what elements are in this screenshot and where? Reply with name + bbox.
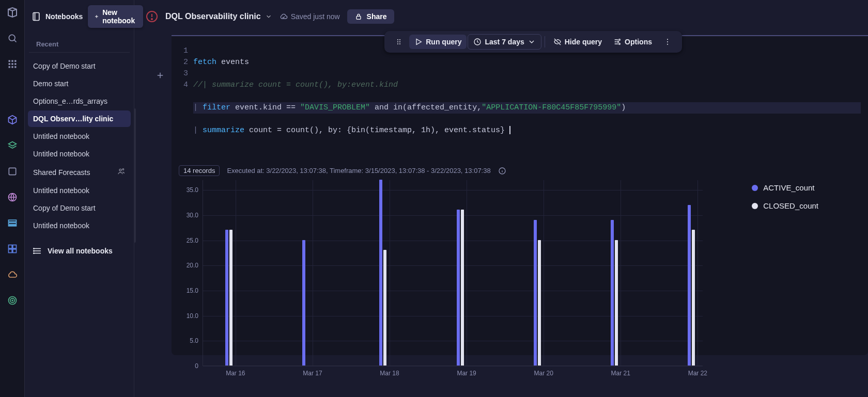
bar-active[interactable]	[379, 180, 382, 366]
legend-closed[interactable]: CLOSED_count	[752, 201, 818, 210]
sidebar-item[interactable]: Untitled notebook	[28, 128, 131, 145]
sidebar-item[interactable]: Options_e…rds_arrays	[28, 93, 131, 109]
chart-plot[interactable]: Mar 16Mar 17Mar 18Mar 19Mar 20Mar 21Mar …	[203, 180, 703, 366]
grid-icon[interactable]	[4, 241, 21, 257]
cloud-check-icon	[280, 12, 288, 21]
bar-active[interactable]	[225, 230, 228, 366]
logo-icon[interactable]	[4, 4, 21, 21]
bar-group[interactable]	[534, 220, 541, 366]
y-tick-label: 10.0	[187, 312, 198, 320]
svg-rect-18	[12, 249, 16, 253]
y-tick-label: 35.0	[187, 186, 198, 194]
view-all-notebooks-button[interactable]: View all notebooks	[28, 242, 131, 260]
timeframe-dropdown[interactable]: Last 7 days	[468, 34, 541, 50]
more-menu-button[interactable]	[658, 35, 677, 49]
bar-closed[interactable]	[461, 210, 464, 366]
file-list: Copy of Demo startDemo startOptions_e…rd…	[25, 53, 134, 239]
bar-closed[interactable]	[383, 250, 386, 366]
grid-line	[621, 180, 621, 366]
svg-rect-4	[8, 63, 10, 65]
options-button[interactable]: Options	[608, 35, 657, 49]
y-tick-label: 5.0	[190, 337, 198, 344]
info-icon[interactable]	[498, 167, 506, 175]
line-gutter: 1 2 3 4	[179, 45, 193, 159]
search-icon[interactable]	[4, 30, 21, 46]
y-tick-label: 20.0	[187, 262, 198, 269]
svg-point-24	[122, 169, 124, 170]
bar-group[interactable]	[379, 180, 386, 366]
svg-point-29	[151, 19, 152, 20]
grid-line	[203, 241, 703, 241]
layers-icon[interactable]	[4, 137, 21, 154]
notebook-title-dropdown[interactable]: DQL Observability clinic	[165, 12, 272, 21]
file-item-label: Untitled notebook	[33, 150, 89, 158]
notebooks-home-link[interactable]: Notebooks	[31, 11, 83, 22]
y-tick-label: 0	[195, 362, 198, 370]
svg-point-25	[34, 248, 35, 249]
sidebar-item[interactable]: Demo start	[28, 75, 131, 92]
text-cursor	[509, 126, 510, 134]
svg-point-39	[617, 41, 619, 43]
svg-rect-3	[14, 60, 16, 62]
x-tick-label: Mar 20	[534, 370, 553, 377]
grid-line	[313, 180, 313, 366]
run-query-button[interactable]: Run query	[409, 35, 467, 49]
hide-query-button[interactable]: Hide query	[548, 35, 607, 49]
grid-line	[544, 180, 544, 366]
svg-point-35	[397, 43, 398, 44]
bar-group[interactable]	[688, 205, 695, 366]
grid-line	[203, 265, 703, 266]
share-button[interactable]: Share	[347, 9, 394, 24]
legend-active[interactable]: ACTIVE_count	[752, 183, 818, 192]
svg-point-32	[399, 39, 400, 40]
bar-active[interactable]	[302, 240, 305, 366]
bar-active[interactable]	[457, 210, 460, 366]
x-tick-label: Mar 22	[688, 370, 707, 377]
sidebar-item[interactable]: Copy of Demo start	[28, 200, 131, 216]
bar-active[interactable]	[611, 220, 614, 366]
saved-indicator: Saved just now	[280, 12, 340, 21]
sidebar-item[interactable]: DQL Observ…lity clinic	[28, 110, 131, 127]
sidebar-item[interactable]: Shared Forecasts	[28, 163, 131, 181]
bar-group[interactable]	[302, 240, 309, 366]
file-item-label: Shared Forecasts	[33, 168, 90, 177]
add-section-button[interactable]	[153, 68, 167, 83]
sidebar-item[interactable]: Untitled notebook	[28, 217, 131, 234]
svg-point-43	[667, 44, 668, 45]
bar-closed[interactable]	[229, 230, 233, 366]
bullseye-icon[interactable]	[4, 292, 21, 309]
cloud-icon[interactable]	[4, 266, 21, 283]
bar-group[interactable]	[225, 230, 233, 366]
bar-closed[interactable]	[538, 240, 541, 366]
code-content[interactable]: fetch events //| summarize count = count…	[193, 45, 861, 159]
code-editor[interactable]: 1 2 3 4 fetch events //| summarize count…	[172, 40, 868, 161]
svg-point-42	[667, 41, 668, 42]
cube-icon[interactable]	[4, 112, 21, 128]
sidebar-item[interactable]: Untitled notebook	[28, 146, 131, 162]
x-tick-label: Mar 19	[457, 370, 476, 377]
bar-group[interactable]	[457, 210, 464, 366]
card-toolbar: Run query Last 7 days Hide query Options	[384, 31, 682, 53]
sidebar-item[interactable]: Copy of Demo start	[28, 58, 131, 74]
box-icon[interactable]	[4, 163, 21, 180]
bar-group[interactable]	[611, 220, 618, 366]
drag-handle-icon[interactable]	[390, 35, 408, 49]
bar-active[interactable]	[534, 220, 537, 366]
globe-icon[interactable]	[4, 189, 21, 205]
apps-icon[interactable]	[4, 56, 21, 72]
query-card: 1 2 3 4 fetch events //| summarize count…	[172, 35, 868, 355]
problem-icon	[146, 10, 158, 23]
bar-closed[interactable]	[692, 230, 695, 366]
sidebar-item[interactable]: Untitled notebook	[28, 182, 131, 199]
bar-closed[interactable]	[615, 240, 618, 366]
y-tick-label: 30.0	[187, 212, 198, 219]
sidebar: Notebooks New notebook Recent Copy of De…	[25, 0, 134, 397]
svg-point-36	[399, 43, 400, 44]
rows-icon[interactable]	[4, 215, 21, 231]
title-bar: DQL Observability clinic Saved just now …	[134, 0, 868, 31]
grid-line	[203, 215, 703, 216]
bar-active[interactable]	[688, 205, 691, 366]
svg-rect-2	[11, 60, 13, 62]
chevron-down-icon	[528, 38, 536, 46]
svg-rect-12	[8, 220, 16, 221]
